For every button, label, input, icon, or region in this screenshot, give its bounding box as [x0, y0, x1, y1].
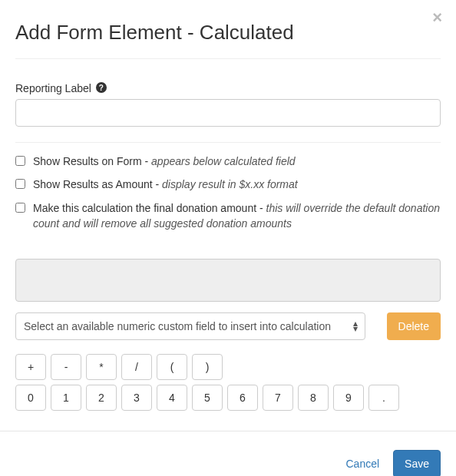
key-minus[interactable]: - [51, 354, 81, 380]
key-paren-open[interactable]: ( [157, 354, 187, 380]
help-icon[interactable]: ? [96, 82, 107, 93]
show-results-checkbox[interactable] [15, 156, 25, 166]
key-8[interactable]: 8 [298, 385, 329, 411]
final-donation-label: Make this calculation the final donation… [33, 202, 266, 214]
field-select[interactable]: Select an available numeric custom field… [15, 312, 365, 340]
key-7[interactable]: 7 [263, 385, 293, 411]
show-amount-text: Show Results as Amount - display result … [33, 177, 441, 192]
show-amount-hint: display result in $x.xx format [162, 178, 298, 190]
show-results-hint: appears below calculated field [151, 155, 296, 167]
key-paren-close[interactable]: ) [192, 354, 223, 380]
divider [15, 58, 441, 59]
key-9[interactable]: 9 [333, 385, 364, 411]
final-donation-text: Make this calculation the final donation… [33, 200, 441, 232]
calculation-textarea[interactable] [15, 259, 441, 302]
key-4[interactable]: 4 [157, 385, 187, 411]
save-button[interactable]: Save [393, 450, 441, 476]
show-results-row[interactable]: Show Results on Form - appears below cal… [15, 154, 441, 169]
final-donation-checkbox[interactable] [15, 203, 25, 213]
show-amount-label: Show Results as Amount - [33, 178, 162, 190]
divider [15, 142, 441, 143]
keypad-nums-row: 0 1 2 3 4 5 6 7 8 9 . [15, 385, 441, 411]
key-2[interactable]: 2 [86, 385, 117, 411]
keypad: + - * / ( ) 0 1 2 3 4 5 6 7 8 9 . [15, 354, 441, 411]
key-dot[interactable]: . [368, 385, 399, 411]
reporting-label-text: Reporting Label [15, 82, 91, 94]
show-amount-row[interactable]: Show Results as Amount - display result … [15, 177, 441, 192]
modal-title: Add Form Element - Calculated [15, 21, 441, 45]
show-results-label: Show Results on Form - [33, 155, 151, 167]
modal-footer: Cancel Save [0, 431, 456, 476]
select-row: Select an available numeric custom field… [15, 312, 441, 340]
key-0[interactable]: 0 [15, 385, 46, 411]
key-6[interactable]: 6 [227, 385, 258, 411]
key-plus[interactable]: + [15, 354, 46, 380]
cancel-button[interactable]: Cancel [345, 458, 379, 470]
show-amount-checkbox[interactable] [15, 179, 25, 189]
field-select-wrap: Select an available numeric custom field… [15, 312, 365, 340]
modal-body: × Add Form Element - Calculated Reportin… [0, 0, 456, 431]
key-1[interactable]: 1 [51, 385, 81, 411]
reporting-label-input[interactable] [15, 99, 441, 127]
key-3[interactable]: 3 [121, 385, 152, 411]
close-icon[interactable]: × [432, 9, 442, 26]
keypad-ops-row: + - * / ( ) [15, 354, 441, 380]
key-multiply[interactable]: * [86, 354, 117, 380]
delete-button[interactable]: Delete [387, 312, 441, 340]
show-results-text: Show Results on Form - appears below cal… [33, 154, 441, 169]
reporting-label-row: Reporting Label ? [15, 82, 441, 94]
key-5[interactable]: 5 [192, 385, 223, 411]
key-divide[interactable]: / [121, 354, 152, 380]
final-donation-row[interactable]: Make this calculation the final donation… [15, 200, 441, 232]
